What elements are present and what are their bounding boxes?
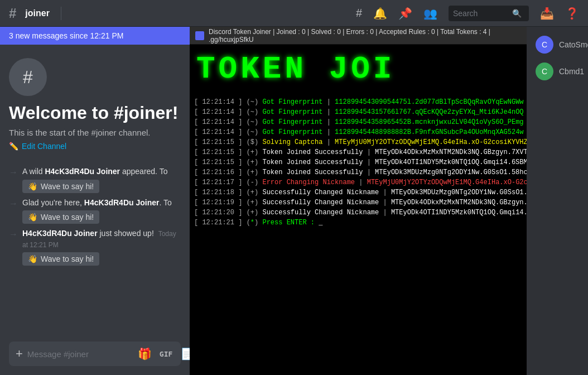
message-text-before: Glad you're here, [22,198,84,207]
channel-title: Welcome to #joiner! [9,103,181,123]
list-item[interactable]: C CatoSmor [531,32,584,57]
member-name: CatoSmor [559,40,588,49]
wave-emoji: 👋 [28,182,37,191]
messages-area: → A wild H4cK3dR4Du Joiner appeared. To … [0,160,190,342]
edit-channel-button[interactable]: ✏️ Edit Channel [9,142,66,151]
pin-icon[interactable]: 📌 [398,7,412,20]
channel-icon: # [9,58,47,96]
wave-button[interactable]: 👋 Wave to say hi! [22,210,99,224]
pencil-icon: ✏️ [9,142,18,151]
message-content: A wild H4cK3dR4Du Joiner appeared. To 👋 … [22,166,181,193]
search-icon: 🔍 [512,9,522,18]
avatar: C [536,36,553,54]
wave-emoji: 👋 [28,213,37,222]
list-item: → H4cK3dR4Du Joiner just showed up! Toda… [0,226,190,268]
topbar: # joiner #️ 🔔 📌 👥 🔍 📥 ❓ [0,0,588,27]
search-box[interactable]: 🔍 [449,6,529,21]
add-attachment-button[interactable]: + [16,347,23,361]
message-text: A wild H4cK3dR4Du Joiner appeared. To [22,166,181,177]
inbox-icon[interactable]: 📥 [540,7,554,20]
topbar-divider [61,7,61,20]
channel-panel: 3 new messages since 12:21 PM # Welcome … [0,27,190,375]
channel-hash-icon: # [9,6,16,21]
gif-icon[interactable]: GIF [160,350,172,358]
arrow-icon: → [9,167,18,177]
channel-name: joiner [25,8,50,18]
arrow-icon: → [9,229,18,239]
list-item: → Glad you're here, H4cK3dR4Du Joiner. T… [0,195,190,227]
message-text-before: A wild [22,167,45,176]
channel-desc: This is the start of the #joiner channel… [9,128,181,137]
edit-channel-label: Edit Channel [22,142,66,151]
message-content: Glad you're here, H4cK3dR4Du Joiner. To … [22,198,181,224]
members-icon[interactable]: 👥 [423,7,437,20]
arrow-icon: → [9,199,18,209]
member-name: Cbmd1 [559,67,584,76]
terminal-titlebar: Discord Token Joiner | Joined : 0 | Solv… [190,27,527,45]
message-text-after: appeared. To [120,167,167,176]
wave-button[interactable]: 👋 Wave to say hi! [22,252,99,266]
sticker-icon[interactable]: 📄 [180,347,190,360]
bell-icon[interactable]: 🔔 [373,7,387,20]
message-username: H4cK3dR4Du Joiner [45,167,120,176]
terminal-panel: Discord Token Joiner | Joined : 0 | Solv… [190,27,527,375]
terminal-app-icon [195,31,204,40]
list-item: → A wild H4cK3dR4Du Joiner appeared. To … [0,164,190,195]
message-input[interactable] [27,349,133,359]
message-username: H4cK3dR4Du Joiner [22,229,98,238]
terminal-title: Discord Token Joiner | Joined : 0 | Solv… [209,28,521,44]
message-text: Glad you're here, H4cK3dR4Du Joiner. To [22,198,181,209]
wave-label: Wave to say hi! [41,254,94,263]
search-input[interactable] [453,9,509,18]
message-content: H4cK3dR4Du Joiner just showed up! Today … [22,228,181,266]
new-messages-banner[interactable]: 3 new messages since 12:21 PM [0,27,190,45]
wave-button[interactable]: 👋 Wave to say hi! [22,180,99,193]
message-text-after: . To [159,198,171,207]
main-layout: 3 new messages since 12:21 PM # Welcome … [0,27,588,375]
ascii-text: TOKEN JOI [196,51,395,88]
gift-icon[interactable]: 🎁 [138,347,152,360]
wave-label: Wave to say hi! [41,213,94,222]
wave-emoji: 👋 [28,254,37,263]
message-username: H4cK3dR4Du Joiner [84,198,160,207]
channel-hash-large: # [23,67,33,88]
message-text: H4cK3dR4Du Joiner just showed up! Today … [22,228,181,250]
message-input-icons: 🎁 GIF 📄 😊 [138,347,190,360]
members-sidebar: C CatoSmor C Cbmd1 [527,27,588,375]
wave-label: Wave to say hi! [41,182,94,191]
channel-welcome: # Welcome to #joiner! This is the start … [0,45,190,160]
message-input-box: + 🎁 GIF 📄 😊 [9,342,181,366]
help-icon[interactable]: ❓ [565,7,579,20]
hashtag-icon[interactable]: #️ [356,7,362,20]
message-input-area: + 🎁 GIF 📄 😊 [0,342,190,375]
avatar: C [536,62,553,80]
message-text-after: just showed up! [99,229,156,238]
terminal-output: [ 12:21:14 ] (~) Got Fingerprint | 11289… [190,95,527,375]
topbar-icons: #️ 🔔 📌 👥 🔍 📥 ❓ [356,6,579,21]
ascii-art-header: TOKEN JOI [190,45,527,95]
list-item[interactable]: C Cbmd1 [531,59,584,84]
